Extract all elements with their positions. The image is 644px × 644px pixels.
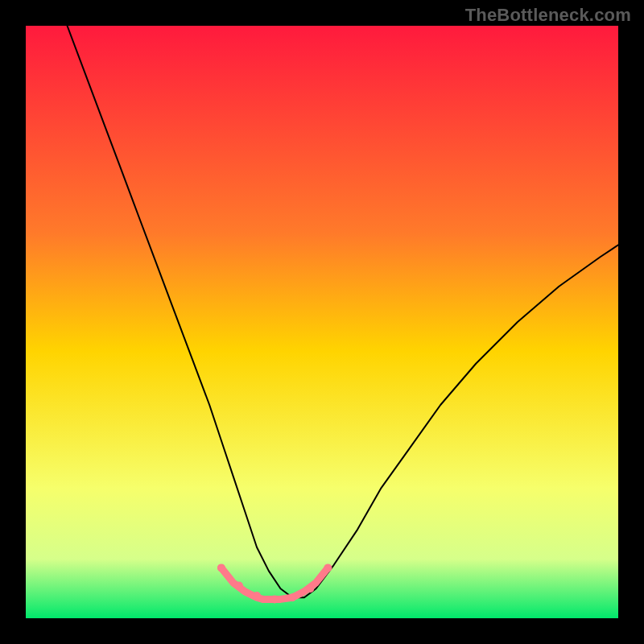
valley-marker xyxy=(288,593,296,601)
plot-area xyxy=(26,26,618,618)
valley-marker xyxy=(270,595,279,603)
chart-svg xyxy=(26,26,618,618)
valley-marker xyxy=(253,592,261,600)
valley-marker xyxy=(235,582,243,590)
valley-marker xyxy=(306,584,314,592)
watermark-label: TheBottleneck.com xyxy=(465,5,631,26)
valley-marker xyxy=(217,564,225,572)
chart-frame: TheBottleneck.com xyxy=(0,0,644,644)
valley-marker xyxy=(324,564,332,572)
chart-background xyxy=(26,26,618,618)
